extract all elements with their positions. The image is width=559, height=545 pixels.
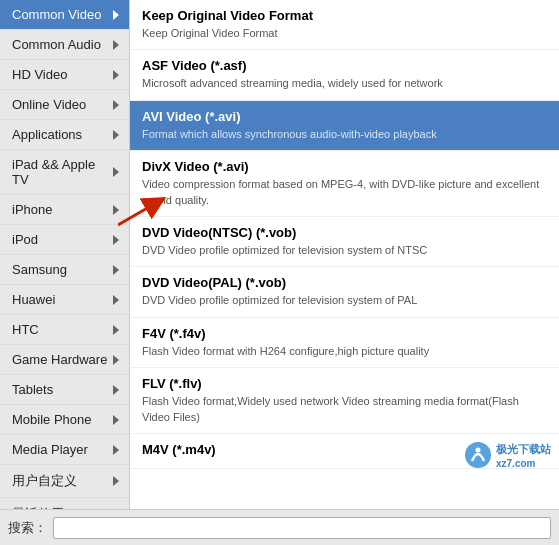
sidebar-item-label: Game Hardware [12,352,113,367]
format-item-dvd-ntsc[interactable]: DVD Video(NTSC) (*.vob)DVD Video profile… [130,217,559,267]
format-desc: DVD Video profile optimized for televisi… [142,293,545,308]
format-desc: Format which allows synchronous audio-wi… [142,127,545,142]
sidebar-item-label: 最近使用 [12,505,113,509]
sidebar-item-htc[interactable]: HTC [0,315,129,345]
sidebar-item-custom[interactable]: 用户自定义 [0,465,129,498]
chevron-right-icon [113,265,119,275]
format-desc: Microsoft advanced streaming media, wide… [142,76,545,91]
format-title: DVD Video(PAL) (*.vob) [142,275,545,290]
chevron-right-icon [113,355,119,365]
sidebar-item-label: iPhone [12,202,113,217]
sidebar-item-label: iPod [12,232,113,247]
sidebar-item-label: Online Video [12,97,113,112]
format-desc: Flash Video format,Widely used network V… [142,394,545,425]
format-item-asf[interactable]: ASF Video (*.asf)Microsoft advanced stre… [130,50,559,100]
chevron-right-icon [113,167,119,177]
format-desc: Video compression format based on MPEG-4… [142,177,545,208]
sidebar-item-huawei[interactable]: Huawei [0,285,129,315]
format-title: DivX Video (*.avi) [142,159,545,174]
chevron-right-icon [113,10,119,20]
format-desc: Flash Video format with H264 configure,h… [142,344,545,359]
chevron-right-icon [113,415,119,425]
format-title: ASF Video (*.asf) [142,58,545,73]
sidebar: Common VideoCommon AudioHD VideoOnline V… [0,0,130,509]
format-title: DVD Video(NTSC) (*.vob) [142,225,545,240]
sidebar-item-label: Samsung [12,262,113,277]
format-item-original[interactable]: Keep Original Video FormatKeep Original … [130,0,559,50]
sidebar-item-iphone[interactable]: iPhone [0,195,129,225]
sidebar-item-common-audio[interactable]: Common Audio [0,30,129,60]
sidebar-item-label: 用户自定义 [12,472,113,490]
format-item-dvd-pal[interactable]: DVD Video(PAL) (*.vob)DVD Video profile … [130,267,559,317]
sidebar-item-recent[interactable]: 最近使用 [0,498,129,509]
sidebar-item-mobile-phone[interactable]: Mobile Phone [0,405,129,435]
chevron-right-icon [113,205,119,215]
chevron-right-icon [113,130,119,140]
format-title: AVI Video (*.avi) [142,109,545,124]
chevron-right-icon [113,235,119,245]
chevron-right-icon [113,445,119,455]
sidebar-item-label: Applications [12,127,113,142]
sidebar-item-label: HTC [12,322,113,337]
sidebar-item-label: Tablets [12,382,113,397]
format-item-avi[interactable]: AVI Video (*.avi)Format which allows syn… [130,101,559,151]
sidebar-item-label: iPad && Apple TV [12,157,113,187]
chevron-right-icon [113,70,119,80]
svg-point-3 [476,448,481,453]
content-area: Keep Original Video FormatKeep Original … [130,0,559,509]
sidebar-item-label: Mobile Phone [12,412,113,427]
format-item-flv[interactable]: FLV (*.flv)Flash Video format,Widely use… [130,368,559,434]
sidebar-item-tablets[interactable]: Tablets [0,375,129,405]
sidebar-item-label: Common Video [12,7,113,22]
logo-watermark: 极光下载站xz7.com [464,441,551,469]
sidebar-item-media-player[interactable]: Media Player [0,435,129,465]
logo-icon [464,441,492,469]
format-desc: DVD Video profile optimized for televisi… [142,243,545,258]
bottom-search-bar: 搜索： [0,509,559,545]
sidebar-item-game-hardware[interactable]: Game Hardware [0,345,129,375]
format-item-f4v[interactable]: F4V (*.f4v)Flash Video format with H264 … [130,318,559,368]
search-label: 搜索： [8,519,47,537]
format-item-divx[interactable]: DivX Video (*.avi)Video compression form… [130,151,559,217]
sidebar-item-samsung[interactable]: Samsung [0,255,129,285]
sidebar-item-label: Huawei [12,292,113,307]
chevron-right-icon [113,40,119,50]
sidebar-item-ipad-apple-tv[interactable]: iPad && Apple TV [0,150,129,195]
format-title: F4V (*.f4v) [142,326,545,341]
chevron-right-icon [113,100,119,110]
sidebar-item-ipod[interactable]: iPod [0,225,129,255]
format-title: Keep Original Video Format [142,8,545,23]
sidebar-item-applications[interactable]: Applications [0,120,129,150]
sidebar-item-label: HD Video [12,67,113,82]
sidebar-item-hd-video[interactable]: HD Video [0,60,129,90]
format-desc: Keep Original Video Format [142,26,545,41]
chevron-right-icon [113,325,119,335]
sidebar-item-label: Common Audio [12,37,113,52]
logo-text: 极光下载站xz7.com [496,442,551,469]
sidebar-item-common-video[interactable]: Common Video [0,0,129,30]
chevron-right-icon [113,476,119,486]
search-input[interactable] [53,517,551,539]
format-title: FLV (*.flv) [142,376,545,391]
sidebar-item-label: Media Player [12,442,113,457]
sidebar-item-online-video[interactable]: Online Video [0,90,129,120]
chevron-right-icon [113,385,119,395]
chevron-right-icon [113,295,119,305]
